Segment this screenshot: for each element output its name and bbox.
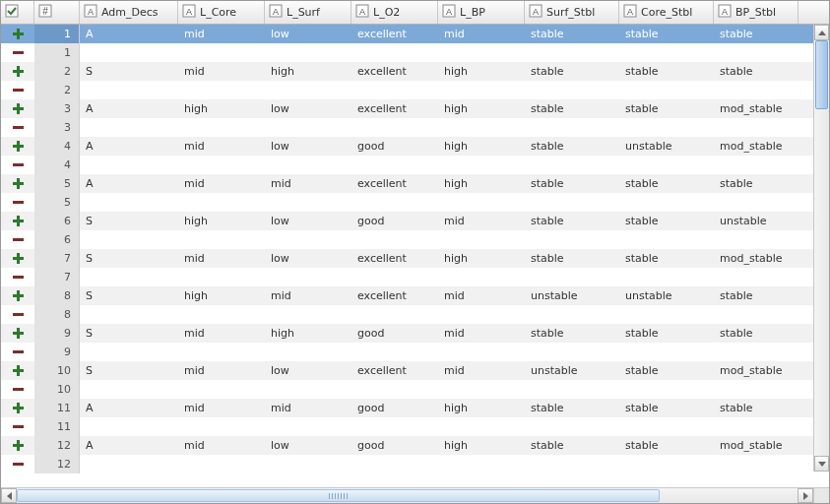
plus-icon xyxy=(1,62,34,81)
text-type-icon: A xyxy=(182,4,196,21)
scroll-left-button[interactable] xyxy=(1,488,17,503)
column-header-rownum[interactable]: # xyxy=(34,1,80,24)
table-row[interactable]: 12 xyxy=(1,455,813,473)
cell-L_O2 xyxy=(351,417,438,436)
cell-L_BP: mid xyxy=(438,361,525,380)
cell-Core_Stbl: stable xyxy=(619,62,714,81)
cell-L_Core: mid xyxy=(178,249,265,268)
table-row[interactable]: 6 xyxy=(1,230,813,249)
cell-L_O2: excellent xyxy=(351,99,438,118)
table-row[interactable]: 9Smidhighgoodmidstablestablestable xyxy=(1,324,813,343)
cell-L_O2: good xyxy=(351,436,438,455)
column-header-L_Surf[interactable]: AL_Surf xyxy=(265,1,351,24)
svg-rect-38 xyxy=(13,257,24,260)
table-row[interactable]: 4 xyxy=(1,156,813,174)
cell-BP_Stbl: stable xyxy=(714,62,798,81)
plus-icon xyxy=(1,361,34,380)
cell-L_Core: mid xyxy=(178,324,265,343)
cell-L_O2 xyxy=(351,43,438,62)
minus-icon xyxy=(1,43,34,62)
hscroll-track[interactable] xyxy=(17,488,798,503)
table-row[interactable]: 8Shighmidexcellentmidunstableunstablesta… xyxy=(1,286,813,305)
column-header-Surf_Stbl[interactable]: ASurf_Stbl xyxy=(525,1,619,24)
vscroll-thumb[interactable] xyxy=(815,40,828,109)
table-row[interactable]: 9 xyxy=(1,343,813,361)
cell-L_Surf: mid xyxy=(265,286,351,305)
cell-Core_Stbl: stable xyxy=(619,436,714,455)
cell-L_Surf xyxy=(265,193,351,212)
table-row[interactable]: 1Amidlowexcellentmidstablestablestable xyxy=(1,25,813,43)
minus-icon xyxy=(1,156,34,174)
column-header-Core_Stbl[interactable]: ACore_Stbl xyxy=(619,1,714,24)
table-row[interactable]: 11Amidmidgoodhighstablestablestable xyxy=(1,399,813,417)
cell-Core_Stbl: stable xyxy=(619,25,714,43)
table-row[interactable]: 2Smidhighexcellenthighstablestablestable xyxy=(1,62,813,81)
table-row[interactable]: 3Ahighlowexcellenthighstablestablemod_st… xyxy=(1,99,813,118)
table-row[interactable]: 3 xyxy=(1,118,813,137)
cell-Core_Stbl xyxy=(619,118,714,137)
table-body-wrap: 1Amidlowexcellentmidstablestablestable12… xyxy=(1,25,829,487)
table-row[interactable]: 4Amidlowgoodhighstableunstablemod_stable xyxy=(1,137,813,156)
row-number: 2 xyxy=(34,81,80,99)
cell-Adm_Decs: A xyxy=(80,25,178,43)
cell-Adm_Decs xyxy=(80,455,178,473)
table-row[interactable]: 2 xyxy=(1,81,813,99)
cell-L_Surf xyxy=(265,268,351,286)
chevron-down-icon xyxy=(818,462,826,467)
cell-Surf_Stbl xyxy=(525,43,619,62)
cell-L_O2: excellent xyxy=(351,25,438,43)
table-row[interactable]: 12Amidlowgoodhighstablestablemod_stable xyxy=(1,436,813,455)
cell-Adm_Decs: S xyxy=(80,212,178,230)
table-row[interactable]: 7 xyxy=(1,268,813,286)
vertical-scrollbar[interactable] xyxy=(813,25,829,472)
vscroll-track[interactable] xyxy=(814,40,829,456)
cell-BP_Stbl: mod_stable xyxy=(714,436,798,455)
cell-Surf_Stbl xyxy=(525,380,619,399)
column-header-L_O2[interactable]: AL_O2 xyxy=(351,1,438,24)
table-row[interactable]: 6Shighlowgoodmidstablestableunstable xyxy=(1,212,813,230)
cell-Adm_Decs: A xyxy=(80,436,178,455)
column-header-L_BP[interactable]: AL_BP xyxy=(438,1,525,24)
cell-L_BP: high xyxy=(438,249,525,268)
table-row[interactable]: 10Smidlowexcellentmidunstablestablemod_s… xyxy=(1,361,813,380)
cell-Adm_Decs: A xyxy=(80,99,178,118)
column-header-BP_Stbl[interactable]: ABP_Stbl xyxy=(714,1,798,24)
scroll-down-button[interactable] xyxy=(814,456,829,472)
cell-L_Core: high xyxy=(178,212,265,230)
horizontal-scrollbar[interactable] xyxy=(1,487,813,503)
table-row[interactable]: 5Amidmidexcellenthighstablestablestable xyxy=(1,174,813,193)
table-row[interactable]: 11 xyxy=(1,417,813,436)
cell-Surf_Stbl: stable xyxy=(525,399,619,417)
column-header-L_Core[interactable]: AL_Core xyxy=(178,1,265,24)
cell-L_O2 xyxy=(351,305,438,324)
cell-L_O2 xyxy=(351,268,438,286)
svg-rect-30 xyxy=(13,163,24,166)
table-row[interactable]: 7Smidlowexcellenthighstablestablemod_sta… xyxy=(1,249,813,268)
cell-L_Core xyxy=(178,118,265,137)
table-row[interactable]: 5 xyxy=(1,193,813,212)
cell-L_Surf: mid xyxy=(265,399,351,417)
cell-L_O2: good xyxy=(351,324,438,343)
cell-L_BP xyxy=(438,230,525,249)
table-row[interactable]: 8 xyxy=(1,305,813,324)
cell-BP_Stbl xyxy=(714,343,798,361)
cell-L_Surf xyxy=(265,118,351,137)
text-type-icon: A xyxy=(269,4,283,21)
svg-rect-24 xyxy=(13,89,24,92)
cell-L_Core: mid xyxy=(178,436,265,455)
column-header-Adm_Decs[interactable]: AAdm_Decs xyxy=(80,1,178,24)
cell-L_O2 xyxy=(351,380,438,399)
cell-Surf_Stbl xyxy=(525,455,619,473)
table-row[interactable]: 1 xyxy=(1,43,813,62)
cell-L_Core: high xyxy=(178,99,265,118)
table-row[interactable]: 10 xyxy=(1,380,813,399)
svg-rect-45 xyxy=(13,350,24,353)
row-number: 11 xyxy=(34,399,80,417)
svg-text:A: A xyxy=(359,7,365,17)
hscroll-thumb[interactable] xyxy=(17,489,660,502)
cell-Surf_Stbl xyxy=(525,156,619,174)
cell-Adm_Decs: S xyxy=(80,249,178,268)
column-header-icon[interactable] xyxy=(1,1,34,24)
scroll-up-button[interactable] xyxy=(814,25,829,40)
scroll-right-button[interactable] xyxy=(798,488,813,503)
